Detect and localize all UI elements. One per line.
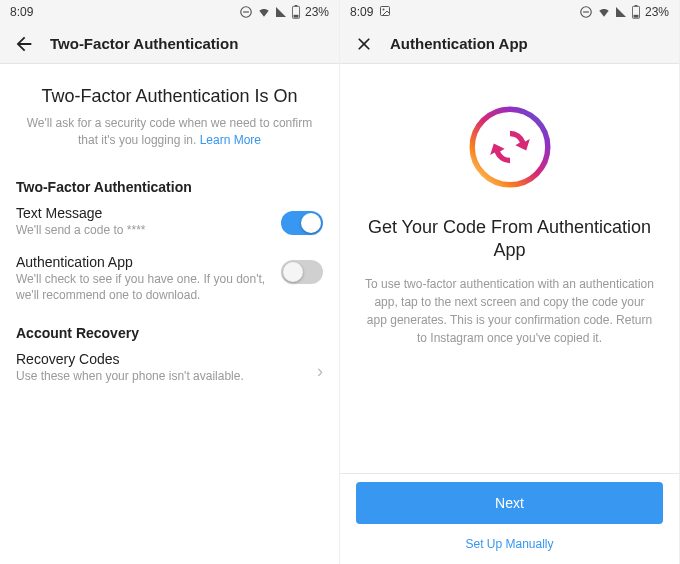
status-battery-pct: 23% (305, 5, 329, 19)
status-bar: 8:09 23% (340, 0, 679, 24)
hero-desc: To use two-factor authentication with an… (364, 275, 655, 347)
battery-icon (291, 5, 301, 19)
svg-rect-4 (294, 15, 299, 18)
status-right: 23% (239, 5, 329, 19)
content-area: Two-Factor Authentication Is On We'll as… (0, 64, 339, 564)
hero-title: Two-Factor Authentication Is On (20, 86, 319, 107)
svg-rect-11 (634, 15, 639, 18)
svg-rect-10 (635, 5, 638, 6)
auth-app-label: Authentication App (16, 254, 273, 270)
screen-auth-app: 8:09 23% Authentication App (340, 0, 680, 564)
hero-section: Get Your Code From Authentication App To… (340, 64, 679, 367)
svg-rect-5 (381, 6, 390, 15)
image-icon (379, 5, 391, 20)
hero-title: Get Your Code From Authentication App (364, 216, 655, 263)
next-button[interactable]: Next (356, 482, 663, 524)
section-header-recovery: Account Recovery (0, 313, 339, 345)
section-header-2fa: Two-Factor Authentication (0, 167, 339, 199)
status-right: 23% (579, 5, 669, 19)
page-title: Two-Factor Authentication (50, 35, 238, 52)
recovery-desc: Use these when your phone isn't availabl… (16, 369, 309, 385)
title-bar: Two-Factor Authentication (0, 24, 339, 64)
sync-icon (465, 102, 555, 192)
svg-point-12 (472, 109, 548, 185)
hero-section: Two-Factor Authentication Is On We'll as… (0, 64, 339, 167)
do-not-disturb-icon (579, 5, 593, 19)
hero-subtitle: We'll ask for a security code when we ne… (20, 115, 319, 149)
back-icon[interactable] (12, 32, 36, 56)
screen-two-factor: 8:09 23% Two-Factor Authentication Two-F… (0, 0, 340, 564)
page-title: Authentication App (390, 35, 528, 52)
status-time: 8:09 (10, 5, 33, 19)
title-bar: Authentication App (340, 24, 679, 64)
row-recovery-codes[interactable]: Recovery Codes Use these when your phone… (0, 345, 339, 395)
hero-sub-text: We'll ask for a security code when we ne… (27, 116, 313, 147)
text-message-desc: We'll send a code to **** (16, 223, 273, 239)
wifi-icon (257, 5, 271, 19)
text-message-toggle[interactable] (281, 211, 323, 235)
signal-icon (615, 6, 627, 18)
text-message-label: Text Message (16, 205, 273, 221)
auth-app-desc: We'll check to see if you have one. If y… (16, 272, 273, 303)
learn-more-link[interactable]: Learn More (200, 133, 261, 147)
row-auth-app[interactable]: Authentication App We'll check to see if… (0, 248, 339, 313)
battery-icon (631, 5, 641, 19)
chevron-right-icon: › (317, 361, 323, 382)
row-text-message[interactable]: Text Message We'll send a code to **** (0, 199, 339, 249)
recovery-label: Recovery Codes (16, 351, 309, 367)
do-not-disturb-icon (239, 5, 253, 19)
setup-manually-button[interactable]: Set Up Manually (465, 537, 553, 551)
status-bar: 8:09 23% (0, 0, 339, 24)
status-time: 8:09 (350, 5, 373, 19)
bottom-bar: Next Set Up Manually (340, 473, 679, 564)
status-battery-pct: 23% (645, 5, 669, 19)
auth-app-toggle[interactable] (281, 260, 323, 284)
svg-rect-3 (295, 5, 298, 6)
wifi-icon (597, 5, 611, 19)
svg-point-6 (383, 8, 385, 10)
close-icon[interactable] (352, 32, 376, 56)
signal-icon (275, 6, 287, 18)
